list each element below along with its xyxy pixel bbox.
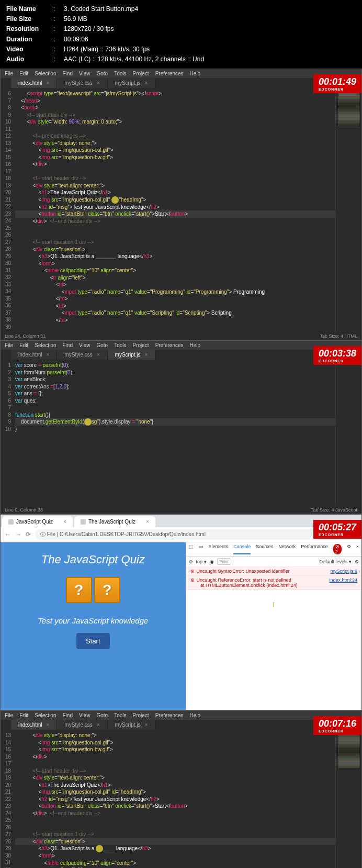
- settings-icon[interactable]: ⚙: [347, 544, 351, 554]
- minimap[interactable]: [335, 360, 361, 506]
- menu-help[interactable]: Help: [190, 71, 201, 76]
- file-metadata: File Name:3. Coded Start Button.mp4 File…: [0, 0, 362, 69]
- tab-mystyle-css[interactable]: myStyle.css×: [57, 720, 107, 730]
- menu-goto[interactable]: Goto: [96, 71, 108, 76]
- clear-icon[interactable]: ⊘: [189, 559, 193, 564]
- tab-myscript-js[interactable]: myScript.js×: [108, 350, 156, 360]
- menu-edit[interactable]: Edit: [19, 71, 28, 76]
- menu-project[interactable]: Project: [133, 342, 149, 348]
- close-icon[interactable]: ×: [97, 80, 100, 86]
- editor-tabs: index.html× myStyle.css× myScript.js×: [1, 78, 361, 88]
- menu-preferences[interactable]: Preferences: [155, 713, 184, 718]
- back-icon[interactable]: ←: [5, 531, 11, 538]
- browser-tab[interactable]: The JavaScript Quiz×: [74, 516, 155, 527]
- menu-preferences[interactable]: Preferences: [155, 71, 184, 76]
- code-content[interactable]: <script type="text/javascript" src="js/m…: [15, 88, 335, 332]
- menu-file[interactable]: File: [5, 342, 13, 348]
- code-editor[interactable]: 6789101112131415161718192021222324252627…: [1, 88, 361, 332]
- forward-icon[interactable]: →: [15, 531, 21, 538]
- close-icon[interactable]: ×: [145, 352, 148, 358]
- error-count-badge[interactable]: ⊘ 2: [333, 544, 342, 554]
- tab-myscript-js[interactable]: myScript.js×: [108, 720, 156, 730]
- page-title: The JavaScript Quiz: [11, 553, 175, 566]
- menu-find[interactable]: Find: [63, 71, 73, 76]
- dt-tab-network[interactable]: Network: [278, 544, 296, 554]
- menu-project[interactable]: Project: [133, 71, 149, 76]
- dt-tab-console[interactable]: Console: [233, 544, 251, 554]
- reload-icon[interactable]: ⟳: [26, 531, 31, 538]
- tab-index-html[interactable]: index.html×: [11, 78, 57, 88]
- dt-tab-performance[interactable]: Performance: [301, 544, 328, 554]
- console-error: ⊗ Uncaught ReferenceError: start is not …: [186, 576, 361, 590]
- menu-selection[interactable]: Selection: [35, 342, 56, 348]
- tab-mystyle-css[interactable]: myStyle.css×: [57, 78, 107, 88]
- menu-edit[interactable]: Edit: [19, 342, 28, 348]
- close-icon[interactable]: ×: [47, 722, 50, 728]
- tab-mystyle-css[interactable]: myStyle.css×: [57, 350, 107, 360]
- tab-index-html[interactable]: index.html×: [11, 350, 57, 360]
- code-editor[interactable]: 1314151617181920212223242526272829303132…: [1, 730, 361, 868]
- menu-project[interactable]: Project: [133, 713, 149, 718]
- editor-tabs: index.html× myStyle.css× myScript.js×: [1, 350, 361, 360]
- code-content[interactable]: var score = parseInt(0); var formNum par…: [15, 360, 335, 506]
- code-editor[interactable]: 12345678910 var score = parseInt(0); var…: [1, 360, 361, 506]
- menu-view[interactable]: View: [79, 71, 90, 76]
- dt-tab-sources[interactable]: Sources: [256, 544, 273, 554]
- menu-find[interactable]: Find: [63, 342, 73, 348]
- error-source-link[interactable]: myScript.js:9: [330, 569, 357, 574]
- close-icon[interactable]: ×: [47, 80, 50, 86]
- context-select[interactable]: top ▾: [196, 559, 207, 564]
- menu-tools[interactable]: Tools: [114, 342, 126, 348]
- menu-bar[interactable]: File Edit Selection Find View Goto Tools…: [1, 711, 361, 720]
- line-gutter: 1314151617181920212223242526272829303132…: [1, 730, 15, 868]
- menu-bar[interactable]: File Edit Selection Find View Goto Tools…: [1, 341, 361, 350]
- minimap[interactable]: [335, 730, 361, 868]
- minimap[interactable]: [335, 88, 361, 332]
- device-icon[interactable]: ▭: [199, 544, 203, 554]
- close-icon[interactable]: ×: [145, 80, 148, 86]
- menu-goto[interactable]: Goto: [96, 342, 108, 348]
- tab-index-html[interactable]: index.html×: [11, 720, 57, 730]
- start-button[interactable]: Start: [76, 633, 109, 649]
- tab-myscript-js[interactable]: myScript.js×: [108, 78, 156, 88]
- inspector-icon[interactable]: ⬚: [189, 544, 194, 554]
- menu-file[interactable]: File: [5, 71, 13, 76]
- menu-tools[interactable]: Tools: [114, 713, 126, 718]
- browser-tab[interactable]: JavaScript Quiz×: [2, 516, 73, 527]
- timestamp-badge: 00:03:38EDCORNER: [313, 346, 361, 365]
- console-toolbar: ⊘ top ▾ ◉ Filter Default levels ▾ ⚙: [186, 557, 361, 567]
- dt-tab-elements[interactable]: Elements: [209, 544, 229, 554]
- error-source-link[interactable]: index.html:24: [329, 577, 357, 588]
- code-content[interactable]: <div style="display: none;"> <img src="i…: [15, 730, 335, 868]
- status-bar: Line 9, Column 38Tab Size: 4 JavaScript: [1, 506, 361, 514]
- close-icon[interactable]: ×: [97, 352, 100, 358]
- menu-find[interactable]: Find: [63, 713, 73, 718]
- browser-tabs: JavaScript Quiz× The JavaScript Quiz×: [1, 515, 361, 527]
- url-input[interactable]: ⓘ File | C:/Users/Cabin1.DESKTOP-JRI7G5V…: [35, 529, 347, 540]
- filter-input[interactable]: Filter: [217, 558, 232, 565]
- close-icon[interactable]: ×: [47, 352, 50, 358]
- page-subtitle: Test your JavaScript knowledge: [11, 616, 175, 625]
- menu-help[interactable]: Help: [190, 342, 201, 348]
- menu-edit[interactable]: Edit: [19, 713, 28, 718]
- levels-select[interactable]: Default levels ▾: [319, 559, 352, 564]
- menu-preferences[interactable]: Preferences: [155, 342, 184, 348]
- file-mode: Tab Size: 4 HTML: [320, 333, 357, 339]
- close-icon[interactable]: ×: [97, 722, 100, 728]
- menu-file[interactable]: File: [5, 713, 13, 718]
- menu-view[interactable]: View: [79, 713, 90, 718]
- meta-filename: 3. Coded Start Button.mp4: [64, 4, 138, 14]
- menu-help[interactable]: Help: [190, 713, 201, 718]
- menu-selection[interactable]: Selection: [35, 71, 56, 76]
- settings-icon[interactable]: ⚙: [355, 559, 359, 564]
- menu-goto[interactable]: Goto: [96, 713, 108, 718]
- file-mode: Tab Size: 4 JavaScript: [311, 507, 357, 513]
- devtools[interactable]: ⬚ ▭ Elements Console Sources Network Per…: [186, 542, 361, 710]
- menu-tools[interactable]: Tools: [114, 71, 126, 76]
- menu-view[interactable]: View: [79, 342, 90, 348]
- close-icon[interactable]: ×: [145, 722, 148, 728]
- menu-selection[interactable]: Selection: [35, 713, 56, 718]
- menu-bar[interactable]: File Edit Selection Find View Goto Tools…: [1, 69, 361, 78]
- eye-icon[interactable]: ◉: [210, 559, 214, 564]
- close-icon[interactable]: ×: [356, 544, 359, 554]
